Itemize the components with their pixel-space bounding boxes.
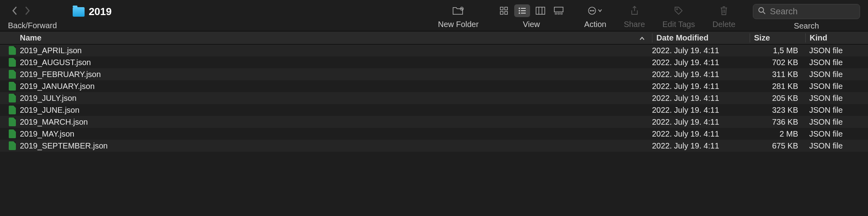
table-row[interactable]: 2019_JANUARY.json2022. July 19. 4:11281 … (0, 80, 868, 92)
file-name: 2019_MARCH.json (20, 118, 652, 127)
column-header: Name Date Modified Size Kind (0, 31, 868, 44)
file-date: 2022. July 19. 4:11 (652, 129, 750, 139)
file-kind: JSON file (805, 141, 868, 150)
file-date: 2022. July 19. 4:11 (652, 82, 750, 91)
table-row[interactable]: 2019_JUNE.json2022. July 19. 4:11323 KBJ… (0, 104, 868, 116)
search-label: Search (794, 21, 819, 31)
file-kind: JSON file (805, 82, 868, 91)
view-columns-button[interactable] (532, 4, 548, 17)
new-folder-label: New Folder (438, 20, 478, 29)
column-date-modified[interactable]: Date Modified (652, 33, 750, 42)
table-row[interactable]: 2019_JULY.json2022. July 19. 4:11205 KBJ… (0, 92, 868, 104)
svg-rect-12 (561, 13, 562, 14)
file-name: 2019_FEBRUARY.json (20, 70, 652, 79)
svg-point-18 (759, 8, 764, 12)
edit-tags-label: Edit Tags (662, 20, 695, 29)
file-kind: JSON file (805, 70, 868, 79)
file-name: 2019_JANUARY.json (20, 82, 652, 91)
back-button[interactable] (12, 6, 17, 17)
edit-tags-button[interactable] (671, 4, 687, 17)
table-row[interactable]: 2019_MARCH.json2022. July 19. 4:11736 KB… (0, 116, 868, 128)
svg-rect-11 (558, 13, 559, 14)
file-size: 281 KB (750, 82, 805, 91)
file-date: 2022. July 19. 4:11 (652, 58, 750, 67)
json-file-icon (9, 94, 16, 102)
column-kind[interactable]: Kind (805, 33, 868, 42)
view-icons-button[interactable] (496, 4, 512, 17)
json-file-icon (9, 129, 16, 138)
json-file-icon (9, 106, 16, 114)
file-date: 2022. July 19. 4:11 (652, 141, 750, 150)
file-size: 205 KB (750, 94, 805, 103)
table-row[interactable]: 2019_AUGUST.json2022. July 19. 4:11702 K… (0, 56, 868, 68)
svg-point-7 (519, 13, 520, 14)
view-list-button[interactable] (514, 4, 530, 17)
file-kind: JSON file (805, 106, 868, 115)
file-date: 2022. July 19. 4:11 (652, 118, 750, 127)
search-icon (758, 7, 766, 17)
svg-rect-2 (505, 7, 507, 10)
table-row[interactable]: 2019_MAY.json2022. July 19. 4:112 MBJSON… (0, 128, 868, 140)
file-name: 2019_MAY.json (20, 129, 652, 139)
file-list: 2019_APRIL.json2022. July 19. 4:111,5 MB… (0, 44, 868, 152)
forward-button[interactable] (25, 6, 30, 17)
svg-rect-8 (536, 7, 545, 14)
file-name: 2019_SEPTEMBER.json (20, 141, 652, 150)
delete-label: Delete (712, 20, 735, 29)
file-size: 736 KB (750, 118, 805, 127)
window-title: 2019 (89, 6, 112, 18)
view-label: View (523, 20, 540, 29)
file-kind: JSON file (805, 58, 868, 67)
action-label: Action (584, 20, 606, 29)
file-date: 2022. July 19. 4:11 (652, 46, 750, 55)
column-name[interactable]: Name (20, 33, 652, 42)
search-box[interactable] (753, 4, 860, 19)
toolbar: Back/Forward 2019 New Folder (0, 0, 868, 31)
table-row[interactable]: 2019_FEBRUARY.json2022. July 19. 4:11311… (0, 68, 868, 80)
column-size[interactable]: Size (750, 33, 805, 42)
svg-point-15 (592, 10, 592, 11)
svg-rect-1 (500, 7, 503, 10)
svg-rect-4 (505, 12, 507, 14)
svg-point-16 (593, 10, 594, 11)
delete-button[interactable] (716, 4, 732, 17)
share-label: Share (624, 20, 645, 29)
file-date: 2022. July 19. 4:11 (652, 94, 750, 103)
file-date: 2022. July 19. 4:11 (652, 70, 750, 79)
json-file-icon (9, 118, 16, 126)
file-kind: JSON file (805, 129, 868, 139)
file-size: 311 KB (750, 70, 805, 79)
svg-point-5 (519, 8, 520, 9)
json-file-icon (9, 58, 16, 67)
action-button[interactable] (587, 4, 603, 17)
file-name: 2019_JUNE.json (20, 106, 652, 115)
svg-rect-10 (555, 13, 557, 14)
file-size: 323 KB (750, 106, 805, 115)
json-file-icon (9, 141, 16, 150)
view-gallery-button[interactable] (551, 4, 567, 17)
file-kind: JSON file (805, 46, 868, 55)
svg-rect-3 (500, 12, 503, 14)
file-kind: JSON file (805, 118, 868, 127)
new-folder-button[interactable] (450, 4, 466, 17)
table-row[interactable]: 2019_SEPTEMBER.json2022. July 19. 4:1167… (0, 140, 868, 152)
file-name: 2019_AUGUST.json (20, 58, 652, 67)
share-button[interactable] (627, 4, 642, 17)
svg-point-6 (519, 10, 520, 12)
search-input[interactable] (770, 6, 855, 17)
file-name: 2019_APRIL.json (20, 46, 652, 55)
file-size: 702 KB (750, 58, 805, 67)
file-date: 2022. July 19. 4:11 (652, 106, 750, 115)
json-file-icon (9, 46, 16, 55)
svg-point-17 (677, 9, 678, 10)
sort-ascending-icon (639, 33, 645, 42)
nav-label: Back/Forward (8, 19, 57, 30)
table-row[interactable]: 2019_APRIL.json2022. July 19. 4:111,5 MB… (0, 44, 868, 56)
json-file-icon (9, 82, 16, 91)
svg-point-14 (590, 10, 591, 11)
folder-icon (73, 7, 85, 17)
file-kind: JSON file (805, 94, 868, 103)
file-size: 675 KB (750, 141, 805, 150)
json-file-icon (9, 70, 16, 79)
file-size: 2 MB (750, 129, 805, 139)
